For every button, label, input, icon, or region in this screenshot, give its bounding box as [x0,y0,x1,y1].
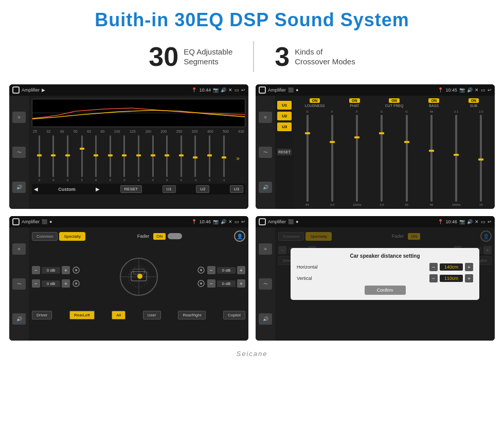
vol-minus-rl[interactable]: − [32,279,40,288]
u1-btn-crossover[interactable]: U1 [277,101,292,110]
cv-slider-3[interactable] [356,115,358,202]
eq-slider-4[interactable]: 5 [76,135,88,182]
user-btn[interactable]: User [143,311,161,319]
cv-col-6: 48 48 [420,110,442,206]
screen1-sidebar: ≡ 〜 🔊 [9,96,29,209]
fader-bottom: Driver RearLeft All User RearRight Copil… [32,311,245,319]
window-icon-4: ▭ [481,219,485,224]
sidebar-wave-btn-3[interactable]: 〜 [12,278,26,290]
horizontal-minus-btn[interactable]: − [429,263,438,271]
more-icon[interactable]: » [236,155,240,162]
cv-slider-4[interactable] [381,115,383,202]
vol-plus-rr[interactable]: + [237,279,245,288]
eq-slider-9[interactable]: 0 [147,135,159,182]
eq-slider-15[interactable]: » [231,135,244,182]
sidebar-vol-btn-4[interactable]: 🔊 [259,313,272,325]
eq-stat: 30 EQ Adjustable Segments [128,41,254,72]
screen-distance: Amplifier ⬛ ● 📍 10:46 📷 🔊 ✕ ▭ ↩ ≡ 〜 🔊 [256,216,495,341]
confirm-btn[interactable]: Confirm [365,286,406,295]
sidebar-vol-btn[interactable]: 🔊 [12,182,26,193]
driver-btn[interactable]: Driver [32,311,52,319]
col-sub: ON SUB [455,98,492,108]
eq-slider-7[interactable]: 0 [118,135,131,182]
fader-toggle-track[interactable] [168,233,182,239]
sidebar-wave-btn-4[interactable]: 〜 [259,278,272,290]
u3-btn-crossover[interactable]: U3 [277,122,292,131]
cv-slider-6[interactable] [430,115,433,202]
eq-slider-5[interactable]: 0 [89,135,102,182]
volume-icon-2: 🔊 [467,87,473,93]
on-badge-phat[interactable]: ON [349,98,360,103]
sidebar-wave-btn-2[interactable]: 〜 [259,147,272,158]
on-badge-cutfreq[interactable]: ON [389,98,400,103]
cv-slider-7[interactable] [455,115,457,202]
home-icon-2[interactable] [259,86,266,94]
tab-common-3[interactable]: Common [32,232,58,241]
eq-slider-11[interactable]: 0 [175,135,188,182]
eq-slider-1[interactable]: 0 [33,135,46,182]
screen2-body: ≡ 〜 🔊 U1 U2 U3 RESET ON LOUDNESS ON [256,96,495,209]
sidebar-eq-btn-3[interactable]: ≡ [12,243,26,255]
camera-icon-2: 📷 [459,87,465,93]
eq-slider-13[interactable]: 0 [203,135,216,182]
eq-slider-2[interactable]: 0 [47,135,60,182]
u2-btn-crossover[interactable]: U2 [277,112,292,120]
rearleft-btn[interactable]: RearLeft [69,311,95,319]
home-icon[interactable] [12,86,20,94]
eq-slider-6[interactable]: 0 [104,135,117,182]
eq-slider-10[interactable]: 0 [160,135,173,182]
vol-val-rl: 0 dB [42,280,60,287]
eq-slider-12[interactable]: -1 [189,135,202,182]
rec-icon-3: ⬛ [42,219,47,224]
vol-plus-rl[interactable]: + [62,279,70,288]
reset-btn[interactable]: RESET [120,185,142,193]
screen4-bg-top: Common Specialty Fader ON 👤 [278,230,492,242]
horizontal-plus-btn[interactable]: + [465,263,473,271]
eq-sliders: 0 0 0 5 0 [32,135,245,182]
cv-slider-5[interactable] [406,115,408,202]
reset-btn-crossover[interactable]: RESET [277,149,292,155]
stats-row: 30 EQ Adjustable Segments 3 Kinds of Cro… [0,36,504,81]
home-icon-4[interactable] [259,218,266,225]
rearright-btn[interactable]: RearRight [178,311,206,319]
speaker-fl-icon [71,265,81,275]
u1-btn[interactable]: U1 [163,185,176,193]
copilot-btn[interactable]: Copilot [223,311,245,319]
crosshair-area[interactable] [118,256,159,297]
on-badge-sub[interactable]: ON [469,98,479,103]
on-badge-bass[interactable]: ON [428,98,439,103]
u2-btn[interactable]: U2 [196,185,209,193]
fader-on-toggle[interactable]: ON [153,233,166,240]
vol-plus-fr[interactable]: + [237,266,245,274]
vol-minus-fr[interactable]: − [207,266,215,274]
sidebar-eq-btn-2[interactable]: ≡ [259,112,272,123]
vertical-value: 110cm [440,275,463,282]
eq-slider-14[interactable]: -1 [218,135,230,182]
eq-slider-3[interactable]: 0 [61,135,74,182]
sidebar-vol-btn-3[interactable]: 🔊 [12,313,26,325]
vertical-minus-btn[interactable]: − [429,274,438,282]
all-btn[interactable]: All [112,311,125,319]
home-icon-3[interactable] [12,218,20,225]
cv-slider-1[interactable] [307,115,309,202]
sidebar-eq-btn-4[interactable]: ≡ [259,243,272,255]
next-icon[interactable]: ▶ [96,186,100,192]
u3-btn[interactable]: U3 [230,185,243,193]
tab-specialty-3[interactable]: Specialty [59,232,85,241]
location-icon: 📍 [191,87,197,93]
dialog-title: Car speaker distance setting [297,253,473,259]
sidebar-eq-btn[interactable]: ≡ [12,112,26,123]
vol-minus-fl[interactable]: − [32,266,40,274]
eq-slider-8[interactable]: 0 [132,135,145,182]
prev-icon[interactable]: ◀ [34,186,38,192]
on-badge-loudness[interactable]: ON [310,98,320,103]
vol-minus-rr[interactable]: − [207,279,215,288]
sidebar-vol-btn-2[interactable]: 🔊 [259,182,272,193]
screen4-time: 10:46 [445,219,457,224]
vol-plus-fl[interactable]: + [62,266,70,274]
cv-slider-2[interactable] [331,115,333,202]
vertical-plus-btn[interactable]: + [465,274,473,282]
cv-slider-8[interactable] [480,115,482,202]
svg-point-13 [200,269,203,272]
sidebar-wave-btn[interactable]: 〜 [12,147,26,158]
